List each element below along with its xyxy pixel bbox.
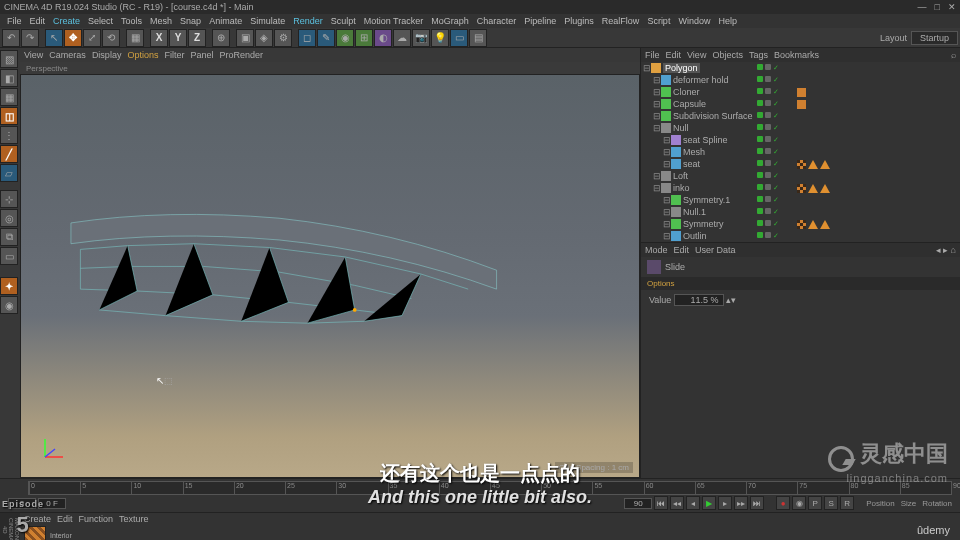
groups[interactable]: ▭: [450, 29, 468, 47]
vp-menu-view[interactable]: View: [24, 50, 43, 60]
om-item[interactable]: ⊟Loft✓: [641, 170, 960, 182]
mat-menu-edit[interactable]: Edit: [57, 514, 73, 524]
menu-mograph[interactable]: MoGraph: [428, 16, 472, 26]
menu-sculpt[interactable]: Sculpt: [328, 16, 359, 26]
om-item[interactable]: ⊟inko✓: [641, 182, 960, 194]
snap-toggle[interactable]: ⧉: [0, 228, 18, 246]
scale-tool[interactable]: ⤢: [83, 29, 101, 47]
om-item[interactable]: ⊟Symmetry.1✓: [641, 194, 960, 206]
light[interactable]: 💡: [431, 29, 449, 47]
prev-key[interactable]: ◂◂: [670, 496, 684, 510]
om-menu-tags[interactable]: Tags: [749, 50, 768, 60]
menu-help[interactable]: Help: [715, 16, 740, 26]
last-tool[interactable]: ▦: [126, 29, 144, 47]
attr-nav-icon[interactable]: ◂ ▸ ⌂: [936, 245, 956, 255]
make-editable[interactable]: ▨: [0, 50, 18, 68]
environment[interactable]: ☁: [393, 29, 411, 47]
vp-menu-panel[interactable]: Panel: [190, 50, 213, 60]
z-axis-lock[interactable]: Z: [188, 29, 206, 47]
render-pv[interactable]: ◈: [255, 29, 273, 47]
render-view[interactable]: ▣: [236, 29, 254, 47]
menu-snap[interactable]: Snap: [177, 16, 204, 26]
menu-edit[interactable]: Edit: [27, 16, 49, 26]
mat-menu-function[interactable]: Function: [79, 514, 114, 524]
y-axis-lock[interactable]: Y: [169, 29, 187, 47]
om-item[interactable]: ⊟Mesh✓: [641, 146, 960, 158]
om-item[interactable]: ⊟Cloner✓: [641, 86, 960, 98]
tags-menu[interactable]: ▤: [469, 29, 487, 47]
om-item[interactable]: ⊟seat✓: [641, 158, 960, 170]
autokey[interactable]: ◉: [792, 496, 806, 510]
vp-menu-options[interactable]: Options: [127, 50, 158, 60]
array-gen[interactable]: ⊞: [355, 29, 373, 47]
value-field[interactable]: 11.5 %: [674, 294, 724, 306]
texture-mode[interactable]: ▦: [0, 88, 18, 106]
menu-character[interactable]: Character: [474, 16, 520, 26]
om-item[interactable]: ⊟Null✓: [641, 122, 960, 134]
prev-frame[interactable]: ◂: [686, 496, 700, 510]
menu-create[interactable]: Create: [50, 16, 83, 26]
vp-menu-cameras[interactable]: Cameras: [49, 50, 86, 60]
om-menu-file[interactable]: File: [645, 50, 660, 60]
viewport-solo[interactable]: ◎: [0, 209, 18, 227]
coord-sys[interactable]: ⊕: [212, 29, 230, 47]
om-item[interactable]: ⊟Capsule✓: [641, 98, 960, 110]
select-tool[interactable]: ↖: [45, 29, 63, 47]
tweak-mode[interactable]: ✦: [0, 277, 18, 295]
record-key[interactable]: ●: [776, 496, 790, 510]
deformer[interactable]: ◐: [374, 29, 392, 47]
coord-rotation[interactable]: Rotation: [922, 499, 952, 508]
redo-button[interactable]: ↷: [21, 29, 39, 47]
menu-tools[interactable]: Tools: [118, 16, 145, 26]
om-menu-bookmarks[interactable]: Bookmarks: [774, 50, 819, 60]
vp-menu-filter[interactable]: Filter: [164, 50, 184, 60]
polygon-mode[interactable]: ▱: [0, 164, 18, 182]
attr-menu-mode[interactable]: Mode: [645, 245, 668, 255]
attribute-tabs[interactable]: Options: [641, 277, 960, 290]
key-scale[interactable]: S: [824, 496, 838, 510]
play[interactable]: ▶: [702, 496, 716, 510]
soft-select[interactable]: ◉: [0, 296, 18, 314]
menu-render[interactable]: Render: [290, 16, 326, 26]
rotate-tool[interactable]: ⟲: [102, 29, 120, 47]
nurbs-gen[interactable]: ◉: [336, 29, 354, 47]
attr-menu-edit[interactable]: Edit: [674, 245, 690, 255]
layout-dropdown[interactable]: Startup: [911, 31, 958, 45]
coord-position[interactable]: Position: [866, 499, 894, 508]
menu-select[interactable]: Select: [85, 16, 116, 26]
vp-menu-prorender[interactable]: ProRender: [219, 50, 263, 60]
cube-primitive[interactable]: ◻: [298, 29, 316, 47]
om-item[interactable]: ⊟Subdivision Surface✓: [641, 110, 960, 122]
minimize-button[interactable]: —: [918, 2, 927, 12]
workplane[interactable]: ▭: [0, 247, 18, 265]
om-item[interactable]: ⊟Outlin✓: [641, 230, 960, 242]
stepper-icon[interactable]: ▴▾: [726, 295, 736, 305]
om-item[interactable]: ⊟deformer hold✓: [641, 74, 960, 86]
menu-window[interactable]: Window: [675, 16, 713, 26]
coord-size[interactable]: Size: [901, 499, 917, 508]
edge-mode[interactable]: ╱: [0, 145, 18, 163]
next-frame[interactable]: ▸: [718, 496, 732, 510]
render-settings[interactable]: ⚙: [274, 29, 292, 47]
menu-mesh[interactable]: Mesh: [147, 16, 175, 26]
vp-menu-display[interactable]: Display: [92, 50, 122, 60]
key-rot[interactable]: R: [840, 496, 854, 510]
om-item[interactable]: ⊟Polygon✓: [641, 62, 960, 74]
menu-animate[interactable]: Animate: [206, 16, 245, 26]
menu-script[interactable]: Script: [644, 16, 673, 26]
attr-menu-user-data[interactable]: User Data: [695, 245, 736, 255]
om-search-icon[interactable]: ⌕: [951, 50, 956, 60]
next-key[interactable]: ▸▸: [734, 496, 748, 510]
point-mode[interactable]: ⋮: [0, 126, 18, 144]
om-item[interactable]: ⊟Symmetry✓: [641, 218, 960, 230]
menu-pipeline[interactable]: Pipeline: [521, 16, 559, 26]
goto-start[interactable]: ⏮: [654, 496, 668, 510]
move-tool[interactable]: ✥: [64, 29, 82, 47]
camera[interactable]: 📷: [412, 29, 430, 47]
key-pos[interactable]: P: [808, 496, 822, 510]
menu-motion-tracker[interactable]: Motion Tracker: [361, 16, 427, 26]
om-item[interactable]: ⊟seat Spline✓: [641, 134, 960, 146]
om-menu-edit[interactable]: Edit: [666, 50, 682, 60]
menu-plugins[interactable]: Plugins: [561, 16, 597, 26]
menu-realflow[interactable]: RealFlow: [599, 16, 643, 26]
